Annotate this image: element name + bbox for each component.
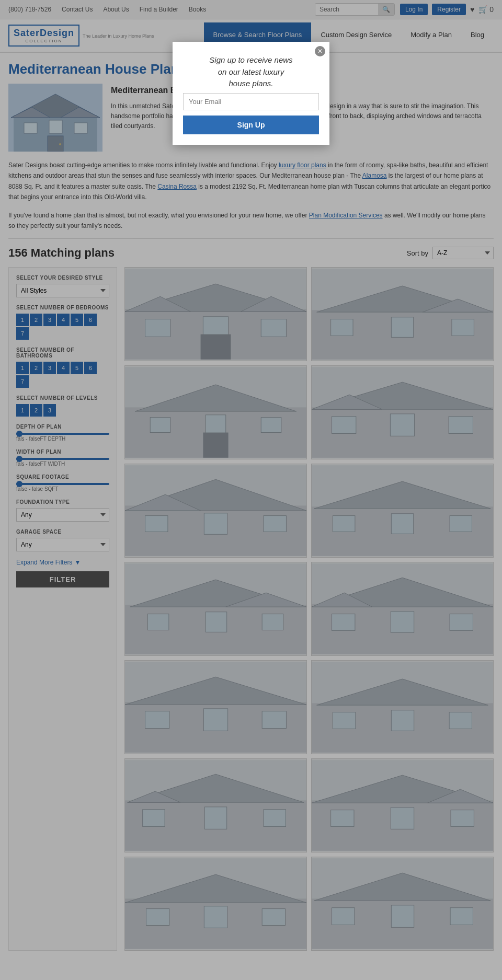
email-popup-overlay: ✕ Sign up to receive news on our latest … [0, 0, 502, 951]
popup-title: Sign up to receive news on our latest lu… [183, 54, 319, 90]
email-popup: ✕ Sign up to receive news on our latest … [173, 42, 329, 145]
popup-close-button[interactable]: ✕ [315, 46, 325, 56]
popup-signup-button[interactable]: Sign Up [183, 116, 319, 134]
popup-email-input[interactable] [183, 93, 319, 110]
